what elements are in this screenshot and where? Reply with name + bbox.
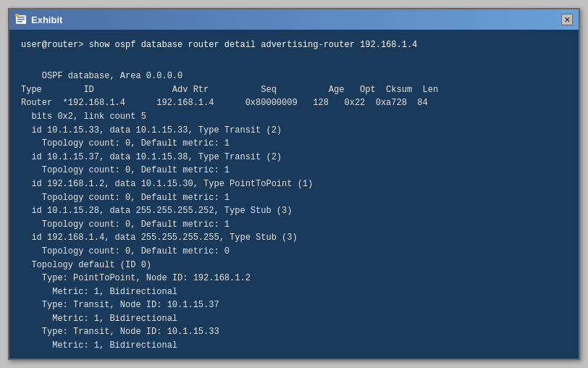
terminal-content: user@router> show ospf database router d… — [9, 30, 579, 359]
close-button[interactable]: ✕ — [561, 14, 573, 25]
terminal-output: OSPF database, Area 0.0.0.0 Type ID Adv … — [21, 57, 567, 353]
title-bar: Exhibit ✕ — [9, 9, 579, 30]
exhibit-icon — [15, 14, 27, 25]
svg-rect-2 — [17, 19, 25, 20]
window-title: Exhibit — [31, 14, 62, 25]
exhibit-window: Exhibit ✕ user@router> show ospf databas… — [8, 8, 580, 360]
command-line: user@router> show ospf database router d… — [21, 38, 567, 52]
title-bar-left: Exhibit — [15, 14, 62, 25]
svg-rect-3 — [17, 21, 22, 22]
